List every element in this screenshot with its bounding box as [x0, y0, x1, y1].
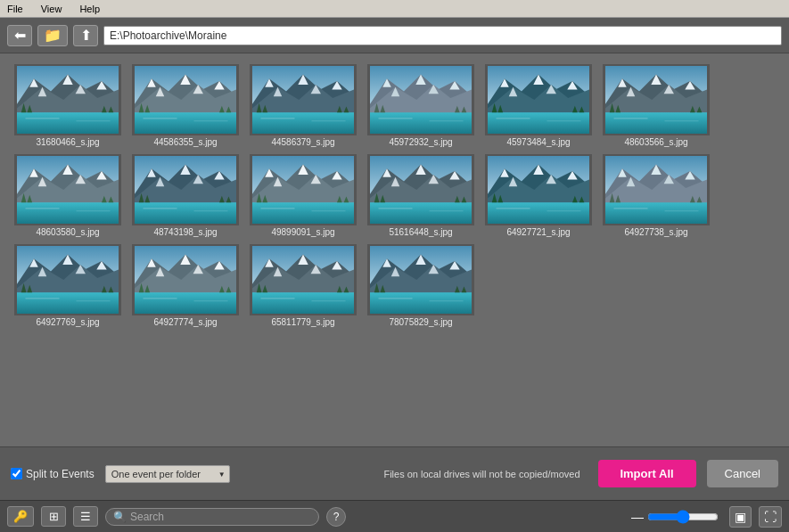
search-box: 🔍 [105, 508, 319, 526]
photo-filename: 64927721_s.jpg [506, 227, 570, 237]
photo-thumbnail [14, 64, 121, 135]
zoom-slider-container: — [631, 510, 722, 524]
photo-thumbnail [367, 64, 474, 135]
photo-filename: 49899091_s.jpg [271, 227, 334, 237]
search-input[interactable] [130, 511, 311, 523]
svg-rect-41 [252, 112, 354, 134]
zoom-minus-icon: — [631, 510, 644, 524]
menu-view[interactable]: View [37, 3, 66, 15]
photo-filename: 45972932_s.jpg [389, 137, 452, 147]
menu-bar: File View Help [0, 0, 789, 18]
svg-rect-25 [135, 112, 236, 134]
photo-thumbnail [14, 154, 121, 225]
photo-grid: 31680466_s.jpg [9, 61, 780, 331]
photo-filename: 48743198_s.jpg [153, 227, 217, 237]
menu-help[interactable]: Help [76, 3, 103, 15]
photo-item[interactable]: 48603566_s.jpg [599, 64, 713, 147]
photo-filename: 44586379_s.jpg [271, 137, 334, 147]
photo-filename: 31680466_s.jpg [36, 137, 99, 147]
photo-filename: 44586355_s.jpg [153, 137, 217, 147]
photo-thumbnail [485, 154, 592, 225]
svg-rect-249 [370, 292, 472, 314]
photo-item[interactable]: 44586355_s.jpg [128, 64, 242, 147]
photo-filename: 65811779_s.jpg [271, 317, 334, 327]
help-button[interactable]: ? [326, 507, 346, 527]
svg-rect-233 [252, 292, 354, 314]
photo-item[interactable]: 44586379_s.jpg [246, 64, 360, 147]
folder-button[interactable]: 📁 [37, 25, 68, 46]
photo-thumbnail [250, 154, 357, 225]
photo-item[interactable]: 48743198_s.jpg [128, 154, 242, 237]
svg-rect-105 [17, 202, 119, 224]
photo-filename: 48603566_s.jpg [624, 137, 687, 147]
svg-rect-121 [135, 202, 236, 224]
svg-rect-89 [605, 112, 707, 134]
photo-item[interactable]: 51616448_s.jpg [364, 154, 478, 237]
photo-thumbnail [367, 154, 474, 225]
photo-filename: 45973484_s.jpg [506, 137, 570, 147]
svg-rect-169 [488, 202, 589, 224]
fullscreen-button[interactable]: ⛶ [759, 506, 782, 528]
options-bar: Split to Events One event per folderOne … [0, 446, 789, 500]
grid-view-button[interactable]: ⊞ [41, 506, 66, 527]
event-dropdown-wrapper: One event per folderOne event per dayOne… [105, 465, 230, 483]
svg-rect-201 [17, 292, 119, 314]
back-button[interactable]: ⬅ [7, 25, 32, 46]
photo-thumbnail [132, 154, 239, 225]
path-bar: E:\Photoarchive\Moraine [103, 26, 782, 45]
notice-text: Files on local drives will not be copied… [241, 469, 580, 479]
photo-filename: 78075829_s.jpg [389, 317, 452, 327]
svg-rect-217 [135, 292, 236, 314]
split-to-events-checkbox[interactable] [11, 468, 22, 479]
photo-filename: 64927774_s.jpg [153, 317, 217, 327]
window-view-button[interactable]: ▣ [729, 506, 752, 528]
photo-item[interactable]: 45972932_s.jpg [364, 64, 478, 147]
photo-thumbnail [250, 244, 357, 315]
up-button[interactable]: ⬆ [73, 25, 98, 46]
photo-filename: 64927738_s.jpg [624, 227, 687, 237]
photo-thumbnail [250, 64, 357, 135]
photo-thumbnail [132, 244, 239, 315]
list-view-button[interactable]: ☰ [73, 506, 98, 527]
menu-file[interactable]: File [4, 3, 27, 15]
import-all-button[interactable]: Import All [598, 460, 696, 487]
photo-item[interactable]: 64927721_s.jpg [481, 154, 596, 237]
svg-rect-73 [488, 112, 589, 134]
photo-item[interactable]: 48603580_s.jpg [11, 154, 125, 237]
photo-item[interactable]: 64927774_s.jpg [128, 244, 242, 327]
photo-grid-container: 31680466_s.jpg [0, 53, 789, 446]
split-to-events-label[interactable]: Split to Events [11, 468, 95, 480]
cancel-button[interactable]: Cancel [707, 460, 778, 487]
toolbar: ⬅ 📁 ⬆ E:\Photoarchive\Moraine [0, 18, 789, 53]
key-button[interactable]: 🔑 [7, 506, 34, 527]
photo-item[interactable]: 49899091_s.jpg [246, 154, 360, 237]
photo-thumbnail [485, 64, 592, 135]
svg-rect-57 [370, 112, 472, 134]
photo-filename: 48603580_s.jpg [36, 227, 99, 237]
photo-thumbnail [603, 64, 710, 135]
event-dropdown[interactable]: One event per folderOne event per dayOne… [105, 465, 230, 483]
photo-thumbnail [367, 244, 474, 315]
photo-item[interactable]: 31680466_s.jpg [11, 64, 125, 147]
photo-filename: 64927769_s.jpg [36, 317, 99, 327]
photo-thumbnail [132, 64, 239, 135]
svg-rect-185 [605, 202, 707, 224]
photo-item[interactable]: 65811779_s.jpg [246, 244, 360, 327]
photo-thumbnail [603, 154, 710, 225]
svg-rect-9 [17, 112, 119, 134]
photo-filename: 51616448_s.jpg [389, 227, 452, 237]
svg-rect-153 [370, 202, 472, 224]
photo-item[interactable]: 45973484_s.jpg [481, 64, 596, 147]
photo-item[interactable]: 64927738_s.jpg [599, 154, 713, 237]
photo-thumbnail [14, 244, 121, 315]
status-bar: 🔑 ⊞ ☰ 🔍 ? — ▣ ⛶ [0, 500, 789, 532]
photo-item[interactable]: 78075829_s.jpg [364, 244, 478, 327]
svg-rect-137 [252, 202, 354, 224]
search-icon: 🔍 [113, 511, 127, 523]
photo-item[interactable]: 64927769_s.jpg [11, 244, 125, 327]
zoom-slider[interactable] [647, 510, 719, 524]
